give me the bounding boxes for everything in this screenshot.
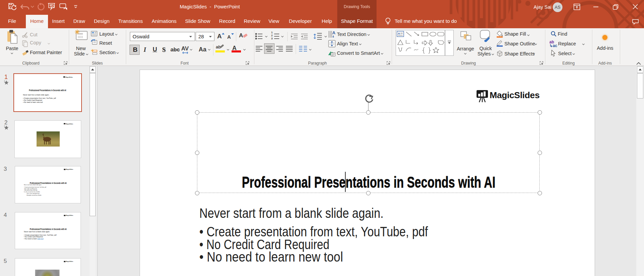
svg-text:A: A [332,31,336,35]
svg-text:A: A [398,32,400,35]
